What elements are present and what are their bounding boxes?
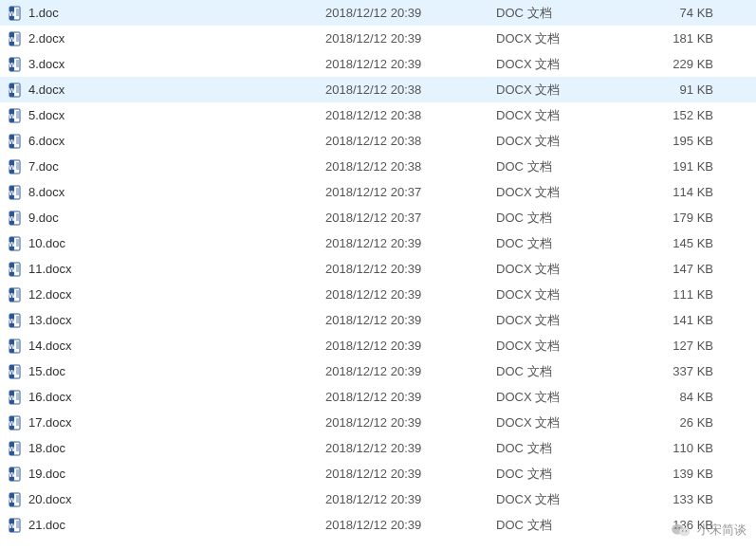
svg-text:W: W: [9, 164, 15, 171]
file-type: DOCX 文档: [496, 338, 629, 355]
file-type: DOC 文档: [496, 210, 629, 227]
svg-text:W: W: [9, 292, 15, 299]
file-date: 2018/12/12 20:37: [325, 211, 496, 225]
file-name-cell: W 20.docx: [8, 492, 325, 507]
file-type: DOCX 文档: [496, 286, 629, 303]
file-row[interactable]: W 10.doc 2018/12/12 20:39 DOC 文档 145 KB: [0, 230, 756, 256]
file-name: 12.docx: [28, 287, 72, 302]
file-date: 2018/12/12 20:38: [325, 159, 496, 174]
svg-text:W: W: [9, 318, 15, 324]
file-row[interactable]: W 17.docx 2018/12/12 20:39 DOCX 文档 26 KB: [0, 410, 756, 435]
file-list: W 1.doc 2018/12/12 20:39 DOC 文档 74 KB W …: [0, 0, 756, 538]
file-name-cell: W 8.docx: [8, 185, 325, 200]
word-file-icon: W: [8, 236, 23, 251]
file-row[interactable]: W 2.docx 2018/12/12 20:39 DOCX 文档 181 KB: [0, 26, 756, 51]
file-name-cell: W 10.doc: [8, 236, 325, 251]
file-row[interactable]: W 19.doc 2018/12/12 20:39 DOC 文档 139 KB: [0, 461, 756, 486]
file-name-cell: W 1.doc: [8, 6, 325, 21]
file-name-cell: W 17.docx: [8, 415, 325, 431]
word-file-icon: W: [8, 287, 23, 302]
file-row[interactable]: W 12.docx 2018/12/12 20:39 DOCX 文档 111 K…: [0, 282, 756, 307]
file-name: 20.docx: [28, 492, 72, 506]
file-type: DOCX 文档: [496, 414, 629, 431]
file-row[interactable]: W 5.docx 2018/12/12 20:38 DOCX 文档 152 KB: [0, 102, 756, 128]
file-type: DOC 文档: [496, 440, 629, 457]
word-file-icon: W: [8, 57, 23, 72]
file-size: 127 KB: [629, 339, 719, 353]
file-type: DOCX 文档: [496, 30, 629, 47]
file-name: 9.doc: [28, 211, 59, 225]
file-row[interactable]: W 11.docx 2018/12/12 20:39 DOCX 文档 147 K…: [0, 256, 756, 282]
file-size: 147 KB: [629, 262, 719, 276]
svg-text:W: W: [9, 241, 15, 248]
file-name-cell: W 2.docx: [8, 31, 325, 46]
file-date: 2018/12/12 20:39: [325, 57, 496, 71]
file-row[interactable]: W 14.docx 2018/12/12 20:39 DOCX 文档 127 K…: [0, 333, 756, 358]
file-date: 2018/12/12 20:39: [325, 441, 496, 455]
word-file-icon: W: [8, 441, 23, 456]
file-type: DOCX 文档: [496, 82, 629, 99]
file-date: 2018/12/12 20:39: [325, 313, 496, 327]
file-row[interactable]: W 3.docx 2018/12/12 20:39 DOCX 文档 229 KB: [0, 51, 756, 77]
file-size: 179 KB: [629, 211, 719, 225]
file-row[interactable]: W 6.docx 2018/12/12 20:38 DOCX 文档 195 KB: [0, 128, 756, 154]
file-size: 152 KB: [629, 108, 719, 122]
file-type: DOCX 文档: [496, 107, 629, 124]
file-name-cell: W 16.docx: [8, 390, 325, 405]
file-type: DOCX 文档: [496, 389, 629, 406]
word-file-icon: W: [8, 390, 23, 405]
file-type: DOC 文档: [496, 466, 629, 483]
file-name-cell: W 9.doc: [8, 211, 325, 226]
file-date: 2018/12/12 20:39: [325, 364, 496, 378]
word-file-icon: W: [8, 518, 23, 533]
word-file-icon: W: [8, 82, 23, 98]
svg-text:W: W: [9, 215, 15, 222]
file-date: 2018/12/12 20:39: [325, 467, 496, 481]
file-date: 2018/12/12 20:38: [325, 108, 496, 122]
file-row[interactable]: W 13.docx 2018/12/12 20:39 DOCX 文档 141 K…: [0, 307, 756, 333]
svg-text:W: W: [9, 394, 15, 401]
word-file-icon: W: [8, 262, 23, 277]
file-type: DOC 文档: [496, 363, 629, 380]
file-name-cell: W 21.doc: [8, 518, 325, 533]
file-size: 229 KB: [629, 57, 719, 71]
file-size: 114 KB: [629, 185, 719, 199]
file-row[interactable]: W 21.doc 2018/12/12 20:39 DOC 文档 136 KB: [0, 512, 756, 538]
file-row[interactable]: W 18.doc 2018/12/12 20:39 DOC 文档 110 KB: [0, 435, 756, 461]
file-type: DOC 文档: [496, 235, 629, 252]
file-row[interactable]: W 16.docx 2018/12/12 20:39 DOCX 文档 84 KB: [0, 384, 756, 410]
file-row[interactable]: W 7.doc 2018/12/12 20:38 DOC 文档 191 KB: [0, 154, 756, 179]
svg-text:W: W: [9, 36, 15, 43]
file-row[interactable]: W 20.docx 2018/12/12 20:39 DOCX 文档 133 K…: [0, 486, 756, 512]
file-date: 2018/12/12 20:39: [325, 492, 496, 506]
svg-text:W: W: [9, 10, 15, 17]
svg-text:W: W: [9, 497, 15, 504]
file-size: 141 KB: [629, 313, 719, 327]
file-name: 8.docx: [28, 185, 65, 199]
file-name-cell: W 18.doc: [8, 441, 325, 456]
word-file-icon: W: [8, 313, 23, 328]
file-type: DOCX 文档: [496, 184, 629, 201]
file-row[interactable]: W 8.docx 2018/12/12 20:37 DOCX 文档 114 KB: [0, 179, 756, 205]
svg-text:W: W: [9, 87, 15, 94]
file-size: 195 KB: [629, 134, 719, 148]
file-size: 110 KB: [629, 441, 719, 455]
file-row[interactable]: W 9.doc 2018/12/12 20:37 DOC 文档 179 KB: [0, 205, 756, 230]
file-name: 21.doc: [28, 518, 65, 532]
svg-text:W: W: [9, 113, 15, 119]
file-row[interactable]: W 4.docx 2018/12/12 20:38 DOCX 文档 91 KB: [0, 77, 756, 102]
file-name-cell: W 14.docx: [8, 339, 325, 354]
svg-text:W: W: [9, 446, 15, 452]
file-date: 2018/12/12 20:39: [325, 262, 496, 276]
svg-text:W: W: [9, 369, 15, 376]
file-type: DOCX 文档: [496, 491, 629, 508]
file-date: 2018/12/12 20:39: [325, 6, 496, 20]
file-row[interactable]: W 15.doc 2018/12/12 20:39 DOC 文档 337 KB: [0, 358, 756, 384]
word-file-icon: W: [8, 339, 23, 354]
svg-text:W: W: [9, 266, 15, 273]
file-name: 10.doc: [28, 236, 65, 250]
file-size: 145 KB: [629, 236, 719, 250]
word-file-icon: W: [8, 492, 23, 507]
svg-text:W: W: [9, 420, 15, 427]
file-row[interactable]: W 1.doc 2018/12/12 20:39 DOC 文档 74 KB: [0, 0, 756, 26]
